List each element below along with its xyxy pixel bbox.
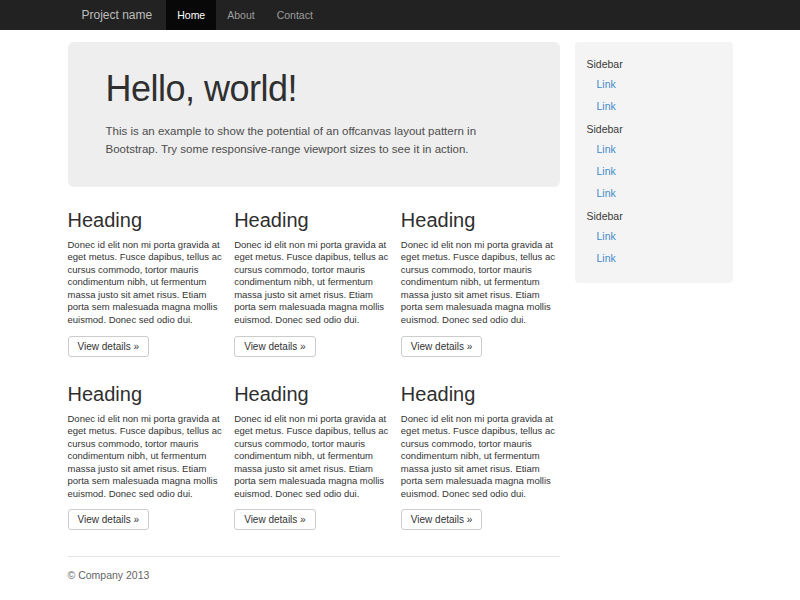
card-body-text: Donec id elit non mi porta gravida at eg… [401, 413, 560, 501]
navbar-container: Project name Home About Contact [68, 0, 733, 30]
page-container: Hello, world! This is an example to show… [68, 42, 733, 600]
jumbotron: Hello, world! This is an example to show… [68, 42, 560, 187]
jumbotron-text: This is an example to show the potential… [106, 122, 530, 159]
nav-item-home[interactable]: Home [166, 0, 216, 30]
sidebar-link[interactable]: Link [587, 247, 721, 269]
card: Heading Donec id elit non mi porta gravi… [234, 209, 393, 357]
main-column: Hello, world! This is an example to show… [68, 42, 560, 600]
content-row: Hello, world! This is an example to show… [68, 42, 733, 600]
card: Heading Donec id elit non mi porta gravi… [401, 209, 560, 357]
card-body-text: Donec id elit non mi porta gravida at eg… [234, 413, 393, 501]
sidebar-link[interactable]: Link [587, 95, 721, 117]
navbar-menu: Home About Contact [166, 0, 324, 30]
sidebar-group-1: Sidebar Link Link [587, 52, 721, 117]
brand-link[interactable]: Project name [82, 0, 153, 30]
card-heading: Heading [68, 383, 227, 406]
card-heading: Heading [234, 383, 393, 406]
card-heading: Heading [401, 209, 560, 232]
card: Heading Donec id elit non mi porta gravi… [401, 383, 560, 531]
card: Heading Donec id elit non mi porta gravi… [234, 383, 393, 531]
view-details-button[interactable]: View details » [401, 509, 483, 530]
card-body-text: Donec id elit non mi porta gravida at eg… [234, 239, 393, 327]
card: Heading Donec id elit non mi porta gravi… [68, 209, 227, 357]
nav-item-contact[interactable]: Contact [266, 0, 324, 30]
card: Heading Donec id elit non mi porta gravi… [68, 383, 227, 531]
nav-item-about[interactable]: About [216, 0, 265, 30]
view-details-button[interactable]: View details » [234, 509, 316, 530]
sidebar-link[interactable]: Link [587, 225, 721, 247]
sidebar-link[interactable]: Link [587, 160, 721, 182]
cards-row-1: Heading Donec id elit non mi porta gravi… [68, 209, 560, 357]
view-details-button[interactable]: View details » [68, 336, 150, 357]
view-details-button[interactable]: View details » [234, 336, 316, 357]
card-heading: Heading [234, 209, 393, 232]
footer: © Company 2013 [68, 556, 560, 600]
card-heading: Heading [401, 383, 560, 406]
copyright-text: © Company 2013 [68, 569, 560, 581]
view-details-button[interactable]: View details » [401, 336, 483, 357]
sidebar-column: Sidebar Link Link Sidebar Link Link Link… [575, 42, 733, 283]
card-body-text: Donec id elit non mi porta gravida at eg… [401, 239, 560, 327]
view-details-button[interactable]: View details » [68, 509, 150, 530]
sidebar-link[interactable]: Link [587, 73, 721, 95]
sidebar-link[interactable]: Link [587, 182, 721, 204]
navbar: Project name Home About Contact [0, 0, 800, 30]
cards-row-2: Heading Donec id elit non mi porta gravi… [68, 383, 560, 531]
sidebar-heading: Sidebar [587, 52, 721, 73]
card-heading: Heading [68, 209, 227, 232]
sidebar: Sidebar Link Link Sidebar Link Link Link… [575, 42, 733, 283]
sidebar-group-2: Sidebar Link Link Link [587, 117, 721, 204]
sidebar-heading: Sidebar [587, 204, 721, 225]
card-body-text: Donec id elit non mi porta gravida at eg… [68, 239, 227, 327]
sidebar-link[interactable]: Link [587, 138, 721, 160]
card-body-text: Donec id elit non mi porta gravida at eg… [68, 413, 227, 501]
page-title: Hello, world! [106, 68, 530, 110]
sidebar-group-3: Sidebar Link Link [587, 204, 721, 269]
sidebar-heading: Sidebar [587, 117, 721, 138]
